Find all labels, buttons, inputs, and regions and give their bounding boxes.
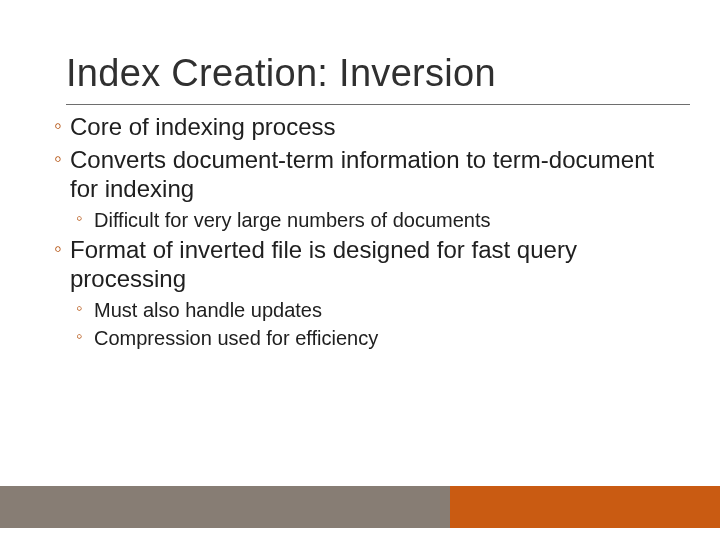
bullet-lvl2: Difficult for very large numbers of docu… <box>76 208 666 232</box>
bullet-text: Must also handle updates <box>94 299 322 321</box>
bullet-lvl2: Must also handle updates <box>76 298 666 322</box>
footer-band-gray <box>0 486 450 528</box>
bullet-lvl1: Converts document-term information to te… <box>54 146 666 203</box>
slide-title: Index Creation: Inversion <box>66 52 660 95</box>
footer-band-orange <box>450 486 720 528</box>
bullet-lvl1: Core of indexing process <box>54 113 666 141</box>
bullet-text: Core of indexing process <box>70 113 335 140</box>
bullet-text: Converts document-term information to te… <box>70 146 654 201</box>
bullet-text: Difficult for very large numbers of docu… <box>94 209 490 231</box>
bullet-lvl2: Compression used for efficiency <box>76 326 666 350</box>
bullet-text: Format of inverted file is designed for … <box>70 236 577 291</box>
bullet-lvl1: Format of inverted file is designed for … <box>54 236 666 293</box>
footer-band <box>0 486 720 528</box>
slide-body: Core of indexing process Converts docume… <box>54 112 666 355</box>
slide: Index Creation: Inversion Core of indexi… <box>0 0 720 540</box>
title-underline <box>66 104 690 105</box>
bullet-text: Compression used for efficiency <box>94 327 378 349</box>
